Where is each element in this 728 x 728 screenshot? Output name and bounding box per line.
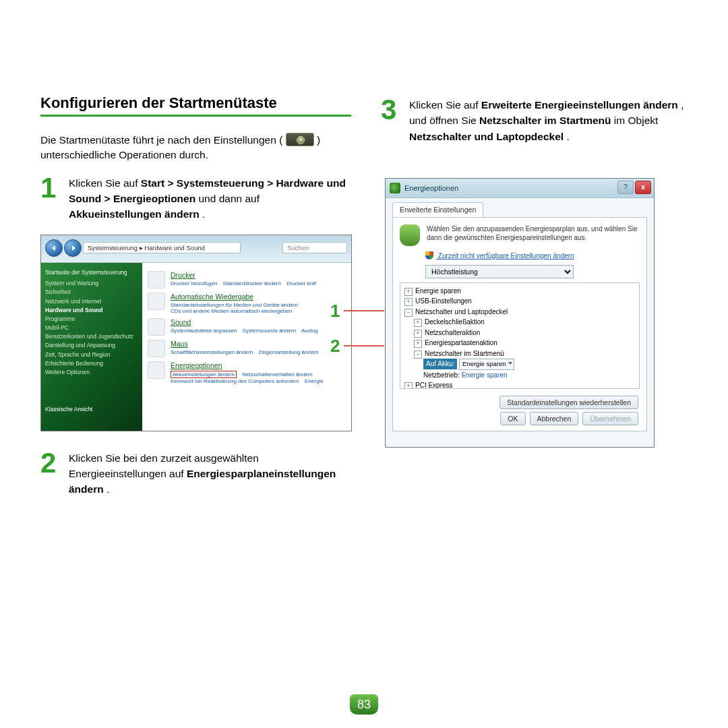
callout-label-1: 1 <box>330 301 384 322</box>
cp-sidebar-item[interactable]: Darstellung und Anpassung <box>45 341 138 350</box>
cp-sidebar-home[interactable]: Startseite der Systemsteuerung <box>45 268 138 277</box>
section-title: Konfigurieren der Startmenütaste <box>40 94 351 112</box>
tree-node[interactable]: Deckelschließaktion <box>425 318 485 326</box>
cp-cat-title[interactable]: Energieoptionen <box>171 361 328 369</box>
tree-node[interactable]: PCI Express <box>415 382 453 388</box>
breadcrumb[interactable]: Systemsteuerung ▸ Hardware und Sound <box>83 242 241 253</box>
callout-label-2: 2 <box>330 336 384 357</box>
cp-cat-title[interactable]: Drucker <box>171 271 320 279</box>
settings-tree[interactable]: +Energie sparen +USB-Einstellungen −Netz… <box>400 282 640 389</box>
power-button-icon <box>286 133 314 146</box>
tree-net-label: Netzbetrieb: <box>423 371 460 379</box>
highlight-akkueinstellungen[interactable]: Akkueinstellungen ändern <box>171 371 237 378</box>
cp-sidebar-item[interactable]: Programme <box>45 315 138 324</box>
step-1: 1 Klicken Sie auf Start > Systemsteuerun… <box>40 175 351 222</box>
tree-node[interactable]: USB-Einstellungen <box>415 297 472 305</box>
close-button[interactable]: x <box>635 181 651 194</box>
cp-sidebar-item[interactable]: Zeit, Sprache und Region <box>45 351 138 359</box>
energy-options-screenshot-wrap: 1 2 Energieoptionen ? x Erweiterte Einst… <box>381 178 692 448</box>
cp-sidebar-item[interactable]: Benutzerkonten und Jugendschutz <box>45 332 138 341</box>
cp-sidebar-item[interactable]: System und Wartung <box>45 279 138 288</box>
cp-sidebar-item-active[interactable]: Hardware und Sound <box>45 306 138 315</box>
cp-category: Energieoptionen Akkueinstellungen ändern… <box>148 361 351 384</box>
callout-line-icon <box>344 310 384 311</box>
cp-sidebar-item[interactable]: Mobil-PC <box>45 324 138 332</box>
step-3-text: Klicken Sie auf Erweiterte Energieeinste… <box>409 97 692 144</box>
energy-icon <box>148 361 165 379</box>
callout-line-icon <box>344 345 384 346</box>
on-battery-combo[interactable]: Energie sparen <box>459 359 514 370</box>
dialog-body: Wählen Sie den anzupassenden Energiespar… <box>392 217 647 431</box>
cp-cat-subs: Systemlautstärke anpassen Systemsounds ä… <box>171 328 322 334</box>
cp-category: Maus Schaltflächeneinstellungen ändern Z… <box>148 340 351 357</box>
cp-category: Sound Systemlautstärke anpassen Systemso… <box>148 318 351 336</box>
dialog-description: Wählen Sie den anzupassenden Energiespar… <box>427 224 640 246</box>
step-1-text: Klicken Sie auf Start > Systemsteuerung … <box>69 175 351 222</box>
restore-defaults-button[interactable]: Standardeinstellungen wiederherstellen <box>499 396 638 409</box>
cp-cat-title[interactable]: Maus <box>171 340 323 348</box>
power-plan-select[interactable]: Höchstleistung <box>425 265 574 278</box>
cp-cat-subs: Drucker hinzufügen Standarddrucker änder… <box>171 280 320 286</box>
cp-category: Drucker Drucker hinzufügen Standarddruck… <box>148 271 351 289</box>
cp-classic-view[interactable]: Klassische Ansicht <box>45 405 138 414</box>
back-button-icon[interactable] <box>45 239 63 257</box>
tree-selected-label: Auf Akku: <box>423 359 457 369</box>
nav-buttons <box>45 239 82 257</box>
step-number: 2 <box>40 450 61 476</box>
search-input[interactable]: Suchen <box>282 242 347 253</box>
tree-node-netzschalter-laptopdeckel[interactable]: Netzschalter und Laptopdeckel <box>415 308 508 315</box>
cp-main: Drucker Drucker hinzufügen Standarddruck… <box>142 263 351 431</box>
forward-button-icon[interactable] <box>64 239 82 257</box>
cp-cat-subs: Akkueinstellungen ändern Netzschalterver… <box>171 371 328 384</box>
cp-sidebar-item[interactable]: Erleichterte Bedienung <box>45 359 138 368</box>
energy-options-dialog: Energieoptionen ? x Erweiterte Einstellu… <box>385 178 655 448</box>
tab-advanced[interactable]: Erweiterte Einstellungen <box>392 202 483 217</box>
tree-node[interactable]: Netzschalteraktion <box>425 329 480 336</box>
dialog-title: Energieoptionen <box>404 184 458 192</box>
dialog-tabbar: Erweiterte Einstellungen <box>386 198 654 217</box>
cp-cat-title[interactable]: Sound <box>171 318 322 326</box>
control-panel-screenshot: Systemsteuerung ▸ Hardware und Sound Suc… <box>40 235 352 431</box>
mouse-icon <box>148 340 165 357</box>
sound-icon <box>148 318 165 336</box>
dialog-titlebar: Energieoptionen ? x <box>386 179 654 198</box>
cp-category: Automatische Wiedergabe Standardeinstell… <box>148 293 351 314</box>
printer-icon <box>148 271 165 289</box>
cp-cat-subs: Standardeinstellungen für Medien und Ger… <box>171 302 302 314</box>
page-number-badge: 83 <box>350 694 378 715</box>
tree-node-netzschalter-startmenu[interactable]: Netzschalter im Startmenü <box>425 350 504 357</box>
cp-cat-subs: Schaltflächeneinstellungen ändern Zeiger… <box>171 349 323 355</box>
cp-toolbar: Systemsteuerung ▸ Hardware und Sound Suc… <box>41 235 351 263</box>
cp-sidebar-item[interactable]: Sicherheit <box>45 288 138 297</box>
cp-cat-title[interactable]: Automatische Wiedergabe <box>171 293 302 301</box>
cp-sidebar-item[interactable]: Netzwerk und Internet <box>45 297 138 306</box>
tree-node[interactable]: Energiespartastenaktion <box>425 339 497 346</box>
unavailable-settings-link[interactable]: Zurzeit nicht verfügbare Einstellungen ä… <box>425 251 574 260</box>
lamp-icon <box>400 224 420 246</box>
ok-button[interactable]: OK <box>500 412 525 425</box>
section-rule <box>40 115 351 117</box>
intro-before: Die Startmenütaste führt je nach den Ein… <box>40 134 282 146</box>
apply-button[interactable]: Übernehmen <box>582 412 638 425</box>
on-power-value[interactable]: Energie sparen <box>462 371 508 379</box>
cp-sidebar-item[interactable]: Weitere Optionen <box>45 368 138 377</box>
cp-sidebar: Startseite der Systemsteuerung System un… <box>41 263 142 431</box>
energy-dialog-icon <box>390 183 400 193</box>
help-button[interactable]: ? <box>617 181 634 194</box>
autoplay-icon <box>148 293 165 310</box>
step-3: 3 Klicken Sie auf Erweiterte Energieeins… <box>381 97 692 144</box>
step-number: 1 <box>40 175 61 201</box>
step-number: 3 <box>381 97 401 123</box>
tree-node[interactable]: Energie sparen <box>415 287 461 295</box>
shield-icon <box>425 251 433 260</box>
step-2: 2 Klicken Sie bei den zurzeit ausgewählt… <box>40 450 351 497</box>
intro-paragraph: Die Startmenütaste führt je nach den Ein… <box>40 133 351 163</box>
cancel-button[interactable]: Abbrechen <box>530 412 579 425</box>
step-2-text: Klicken Sie bei den zurzeit ausgewählten… <box>69 450 351 497</box>
